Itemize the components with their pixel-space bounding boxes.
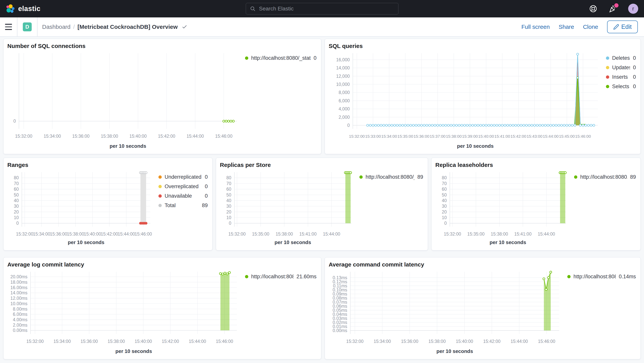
legend-item[interactable]: Deletes0 <box>606 55 636 61</box>
svg-text:per 10 seconds: per 10 seconds <box>274 239 311 245</box>
svg-text:15:38:00: 15:38:00 <box>67 231 84 236</box>
svg-text:2,000: 2,000 <box>338 115 350 120</box>
edit-button-label: Edit <box>622 24 632 30</box>
svg-text:15:46:00: 15:46:00 <box>216 339 233 344</box>
svg-text:2.00ms: 2.00ms <box>13 322 28 328</box>
panel-sql-queries: SQL queries 15:32:0015:33:0015:34:0015:3… <box>324 39 641 154</box>
pencil-icon <box>613 24 619 30</box>
svg-text:10: 10 <box>14 215 19 220</box>
legend-label: http://localhost:8080/_stat... <box>251 55 311 61</box>
legend-item[interactable]: Selects0 <box>606 84 636 90</box>
legend-value: 0 <box>205 184 208 190</box>
svg-text:per 10 seconds: per 10 seconds <box>115 348 152 354</box>
legend-label: Overreplicated <box>164 184 202 190</box>
avatar[interactable]: r <box>628 4 638 14</box>
svg-text:20: 20 <box>14 209 19 214</box>
legend-item[interactable]: Overreplicated0 <box>158 184 208 190</box>
legend-item[interactable]: http://localhost:8080...0.14ms <box>567 274 636 280</box>
legend-color-dot <box>606 75 609 79</box>
legend-item[interactable]: http://localhost:8080/_stat...0 <box>245 55 316 61</box>
svg-text:80: 80 <box>14 175 19 180</box>
svg-text:15:40:00: 15:40:00 <box>456 339 473 344</box>
svg-text:per 10 seconds: per 10 seconds <box>68 239 104 245</box>
elastic-logo[interactable]: elastic <box>6 4 246 13</box>
svg-text:15:32:00: 15:32:00 <box>346 339 364 344</box>
chart-legend: http://localhost:8080...0.14ms <box>562 269 637 356</box>
legend-color-dot <box>158 194 162 198</box>
chart-plot: 15:32:0015:35:0015:38:0015:41:0015:44:00… <box>435 169 569 247</box>
legend-item[interactable]: Unavailable0 <box>158 193 208 199</box>
svg-text:per 10 seconds: per 10 seconds <box>457 143 494 149</box>
full-screen-button[interactable]: Full screen <box>521 24 550 30</box>
legend-color-dot <box>245 275 248 278</box>
legend-item[interactable]: http://localhost:8080/_sta...89 <box>574 174 636 180</box>
legend-item[interactable]: Total89 <box>158 202 208 208</box>
legend-value: 89 <box>417 174 423 180</box>
breadcrumb-dashboard[interactable]: Dashboard <box>42 24 70 30</box>
menu-icon[interactable] <box>5 24 12 30</box>
panel-title: Number of SQL connections <box>7 43 317 49</box>
svg-text:30: 30 <box>14 204 19 209</box>
legend-color-dot <box>360 175 363 179</box>
svg-text:15:45:00: 15:45:00 <box>559 134 575 138</box>
chart-legend: Underreplicated0Overreplicated0Unavailab… <box>154 169 208 247</box>
help-icon[interactable] <box>589 5 597 13</box>
legend-item[interactable]: http://localhost:8080/_sta...89 <box>360 174 423 180</box>
svg-text:15:42:00: 15:42:00 <box>162 339 179 344</box>
chart-plot: 15:32:0015:35:0015:38:0015:41:0015:44:00… <box>220 169 354 247</box>
edit-button[interactable]: Edit <box>607 21 638 33</box>
top-toolbar: D Dashboard / [Metricbeat CockroachDB] O… <box>0 18 644 37</box>
app-header: elastic r <box>0 0 644 18</box>
chart-legend: http://localhost:8080/_sta...89 <box>569 169 637 247</box>
search-input[interactable] <box>259 6 394 12</box>
svg-text:15:32:00: 15:32:00 <box>349 134 365 138</box>
svg-text:0.13ms: 0.13ms <box>333 275 347 280</box>
share-button[interactable]: Share <box>558 24 574 30</box>
legend-label: Unavailable <box>164 193 202 199</box>
legend-color-dot <box>606 85 609 88</box>
svg-text:15:40:00: 15:40:00 <box>478 134 494 138</box>
dashboard-app-badge[interactable]: D <box>23 23 32 31</box>
chart-legend: http://localhost:8080/_stat...0 <box>240 51 317 150</box>
clone-button[interactable]: Clone <box>583 24 598 30</box>
svg-text:0.00ms: 0.00ms <box>13 328 28 333</box>
panel-number-of-sql-connections: Number of SQL connections 15:32:0015:34:… <box>3 39 321 154</box>
svg-text:15:34:00: 15:34:00 <box>33 231 50 236</box>
legend-item[interactable]: Underreplicated0 <box>158 174 208 180</box>
svg-text:15:38:00: 15:38:00 <box>108 339 125 344</box>
svg-text:15:35:00: 15:35:00 <box>398 134 413 138</box>
search-icon <box>250 6 256 12</box>
legend-item[interactable]: Inserts0 <box>606 74 636 80</box>
chart-ranges: 15:32:0015:34:0015:36:0015:38:0015:40:00… <box>7 169 208 247</box>
svg-text:15:36:00: 15:36:00 <box>80 339 98 344</box>
global-search[interactable] <box>246 3 398 15</box>
svg-text:per 10 seconds: per 10 seconds <box>490 239 526 245</box>
dashboard-grid: Number of SQL connections 15:32:0015:34:… <box>0 37 644 363</box>
svg-text:15:38:00: 15:38:00 <box>101 134 118 139</box>
svg-text:0: 0 <box>16 221 19 226</box>
legend-label: Total <box>164 202 199 208</box>
divider <box>37 18 38 36</box>
svg-text:20: 20 <box>226 209 231 214</box>
svg-text:15:33:00: 15:33:00 <box>365 134 381 138</box>
svg-text:15:44:00: 15:44:00 <box>538 231 555 236</box>
check-icon <box>182 24 188 30</box>
svg-text:15:41:00: 15:41:00 <box>514 231 532 236</box>
legend-value: 89 <box>630 174 636 180</box>
svg-text:per 10 seconds: per 10 seconds <box>110 143 146 149</box>
svg-text:50: 50 <box>226 192 231 197</box>
chart-legend: http://localhost:8080/_sta...89 <box>354 169 424 247</box>
legend-label: Inserts <box>612 74 630 80</box>
legend-label: Underreplicated <box>164 174 202 180</box>
legend-item[interactable]: http://localhost:808...21.60ms <box>245 274 316 280</box>
svg-text:80: 80 <box>442 175 447 180</box>
legend-item[interactable]: Updates0 <box>606 65 636 71</box>
svg-text:20.00ms: 20.00ms <box>10 274 28 279</box>
svg-text:10,000: 10,000 <box>336 82 350 87</box>
svg-text:15:32:00: 15:32:00 <box>228 231 246 236</box>
page-title: [Metricbeat CockroachDB] Overview <box>78 24 178 30</box>
svg-text:6.00ms: 6.00ms <box>13 312 28 317</box>
elastic-logo-icon <box>6 4 15 13</box>
news-icon[interactable] <box>608 5 617 13</box>
chart-replica-leaseholders: 15:32:0015:35:0015:38:0015:41:0015:44:00… <box>435 169 637 247</box>
